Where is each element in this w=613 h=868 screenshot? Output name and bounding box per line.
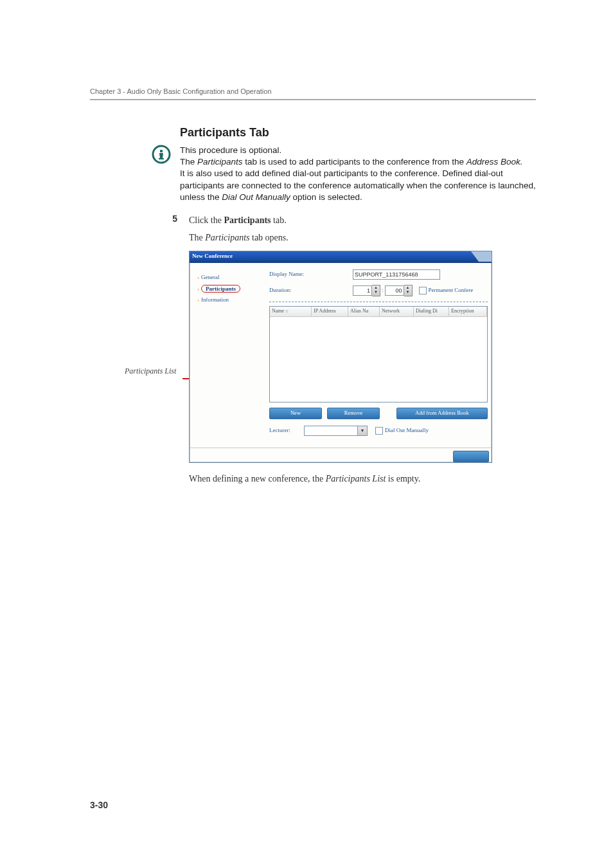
info-line3b: Dial Out Manually <box>222 192 290 202</box>
info-line2b: Participants <box>197 157 243 167</box>
step-instruction: Click the Participants tab. <box>189 213 492 227</box>
add-from-address-book-button[interactable]: Add from Address Book <box>396 408 488 419</box>
svg-rect-1 <box>160 150 163 152</box>
info-line3c: option is selected. <box>290 192 362 202</box>
closing-c: is empty. <box>386 474 420 484</box>
step-ta: Click the <box>189 215 224 225</box>
nav-participants[interactable]: ›Participants <box>197 285 262 294</box>
nav-information[interactable]: ›Information <box>197 296 262 305</box>
participants-list[interactable]: Name ▽ IP Address Alias Na Network Diali… <box>269 306 488 402</box>
list-header: Name ▽ IP Address Alias Na Network Diali… <box>270 307 487 317</box>
step-sub: The Participants tab opens. <box>189 231 492 244</box>
nav-information-label: Information <box>201 296 229 303</box>
col-encryption[interactable]: Encryption <box>449 307 487 316</box>
dial-out-manually-checkbox[interactable] <box>375 427 383 435</box>
separator <box>269 302 488 302</box>
permanent-label: Permanent Confere <box>429 287 474 293</box>
closing-text: When defining a new conference, the Part… <box>189 472 492 485</box>
new-button[interactable]: New <box>269 408 322 419</box>
step-tb: Participants <box>224 215 271 225</box>
nav-general-label: General <box>201 274 219 280</box>
dialog-footer <box>190 448 492 462</box>
duration-hours-spinner[interactable]: ▲▼ <box>353 285 380 296</box>
lecturer-select[interactable]: ▼ <box>304 426 368 436</box>
nav-general[interactable]: ›General <box>197 273 262 282</box>
duration-sep: : <box>382 286 384 295</box>
step-sb: Participants <box>205 233 249 242</box>
col-dialing[interactable]: Dialing Di <box>414 307 449 316</box>
lecturer-label: Lecturer: <box>269 426 304 435</box>
header-rule <box>90 99 536 100</box>
col-alias[interactable]: Alias Na <box>348 307 380 316</box>
info-text: This procedure is optional. The Particip… <box>180 145 536 203</box>
dialog-new-conference: New Conference ›General ›Participants ›I… <box>189 251 492 463</box>
duration-label: Duration: <box>269 286 353 295</box>
page-number: 3-30 <box>90 800 108 810</box>
callout-label: Participants List <box>125 366 182 375</box>
closing-a: When defining a new conference, the <box>189 474 326 484</box>
dialog-nav: ›General ›Participants ›Information <box>190 269 267 441</box>
step-number: 5 <box>168 213 177 485</box>
nav-participants-label: Participants <box>201 285 240 293</box>
info-icon <box>152 145 171 167</box>
remove-button[interactable]: Remove <box>327 408 380 419</box>
footer-button[interactable] <box>453 451 489 462</box>
dialog-title: New Conference <box>190 251 492 263</box>
closing-b: Participants List <box>326 474 386 484</box>
duration-mins-input[interactable] <box>385 285 404 296</box>
display-name-input[interactable] <box>353 269 440 280</box>
step-sc: tab opens. <box>250 233 289 242</box>
info-line2c: tab is used to add participants to the c… <box>243 157 466 167</box>
step-sa: The <box>189 233 205 242</box>
info-line2d: Address Book. <box>466 157 523 167</box>
duration-hours-input[interactable] <box>353 285 372 296</box>
info-line2a: The <box>180 157 197 167</box>
section-title: Participants Tab <box>180 126 536 140</box>
duration-mins-spinner[interactable]: ▲▼ <box>385 285 413 296</box>
col-network[interactable]: Network <box>380 307 414 316</box>
display-name-label: Display Name: <box>269 270 353 279</box>
permanent-checkbox[interactable] <box>419 287 427 294</box>
info-line1: This procedure is optional. <box>180 145 281 155</box>
col-ip[interactable]: IP Address <box>312 307 348 316</box>
dial-out-manually-label: Dial Out Manually <box>385 427 429 433</box>
chapter-header: Chapter 3 - Audio Only Basic Configurati… <box>90 87 536 95</box>
step-tc: tab. <box>271 215 287 225</box>
col-name[interactable]: Name ▽ <box>270 307 312 316</box>
